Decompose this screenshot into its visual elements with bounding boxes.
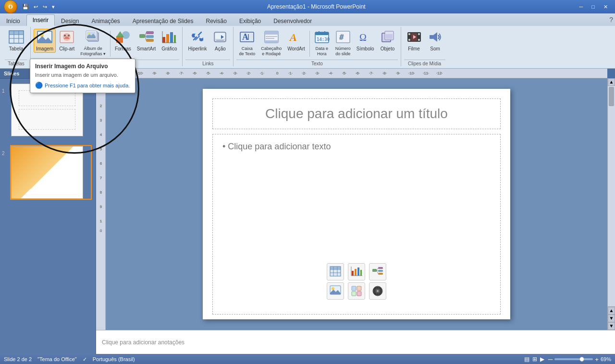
insert-clipart-icon[interactable] xyxy=(348,282,365,300)
clipart-button[interactable]: Clip-art xyxy=(57,29,77,53)
spell-check-icon[interactable]: ✓ xyxy=(83,356,87,363)
redo-button[interactable]: ↪ xyxy=(41,3,49,11)
scroll-next-slide[interactable]: ▼ xyxy=(608,315,615,322)
datahora-icon: 14:30 xyxy=(314,30,330,45)
simbolo-button[interactable]: Ω Símbolo xyxy=(354,29,377,53)
notes-area[interactable]: Clique para adicionar anotações xyxy=(96,330,615,354)
svg-rect-5 xyxy=(9,31,24,35)
window-controls: ─ □ ✕ xyxy=(576,3,611,11)
svg-text:·1·: ·1· xyxy=(288,71,293,75)
formas-button[interactable]: Formas xyxy=(112,29,134,53)
formas-label: Formas xyxy=(115,46,131,51)
close-button[interactable]: ✕ xyxy=(600,3,611,11)
svg-text:·11·: ·11· xyxy=(423,71,429,75)
insert-chart-icon[interactable] xyxy=(348,263,365,280)
maximize-button[interactable]: □ xyxy=(588,3,598,11)
tab-apresentacao[interactable]: Apresentação de Slides xyxy=(126,15,200,26)
svg-rect-66 xyxy=(418,39,420,41)
slide-2-image xyxy=(11,146,83,199)
acao-icon xyxy=(212,30,228,45)
scroll-prev-slide[interactable]: ▲ xyxy=(608,307,615,315)
save-button[interactable]: 💾 xyxy=(20,3,31,11)
svg-rect-134 xyxy=(352,291,356,296)
svg-point-13 xyxy=(68,35,70,36)
zoom-slider[interactable] xyxy=(554,358,593,360)
svg-text:·9·: ·9· xyxy=(396,71,400,75)
scroll-thumb[interactable] xyxy=(609,87,614,106)
album-button[interactable]: Álbum deFotografias ▾ xyxy=(78,29,108,58)
wordart-button[interactable]: A WordArt xyxy=(285,29,308,53)
tab-inicio[interactable]: Início xyxy=(0,15,26,26)
svg-rect-30 xyxy=(162,37,165,43)
grafico-icon xyxy=(161,30,177,45)
svg-rect-135 xyxy=(357,291,361,296)
tabela-button[interactable]: Tabela xyxy=(6,29,26,53)
clipes-buttons: Filme Som xyxy=(404,27,445,59)
slide-bullet-placeholder: • Clique para adicionar texto xyxy=(222,142,491,152)
svg-text:8: 8 xyxy=(100,190,102,194)
minimize-button[interactable]: ─ xyxy=(576,3,587,11)
scroll-down-button[interactable]: ▼ xyxy=(608,322,615,330)
insert-image-icon[interactable] xyxy=(327,282,344,300)
office-button[interactable]: O xyxy=(4,0,17,13)
tab-desenvolvedor[interactable]: Desenvolvedor xyxy=(267,15,318,26)
zoom-in-button[interactable]: + xyxy=(595,356,599,363)
title-bar: O 💾 ↩ ↪ ▾ Apresentação1 - Microsoft Powe… xyxy=(0,0,615,13)
slide-content-text: Clique para adicionar texto xyxy=(228,142,331,151)
svg-text:1: 1 xyxy=(100,219,102,223)
svg-rect-25 xyxy=(146,35,154,38)
som-button[interactable]: Som xyxy=(425,29,445,53)
slideshow-button[interactable]: ▶ xyxy=(539,356,545,363)
title-bar-left: O 💾 ↩ ↪ ▾ xyxy=(4,0,57,13)
svg-text:·10·: ·10· xyxy=(408,71,415,75)
scroll-up-button[interactable]: ▲ xyxy=(608,78,615,86)
tooltip-popup: Inserir Imagem do Arquivo Inserir uma im… xyxy=(30,59,135,93)
numeroslide-button[interactable]: # Númerodo slide xyxy=(333,29,353,58)
slide-2-thumbnail[interactable] xyxy=(10,145,92,200)
svg-rect-132 xyxy=(352,286,356,291)
slide-2-number: 2 xyxy=(2,141,5,156)
svg-rect-32 xyxy=(170,32,173,43)
slide-content-placeholder[interactable]: • Clique para adicionar texto xyxy=(212,134,501,315)
normal-view-button[interactable]: ▤ xyxy=(523,356,530,363)
svg-rect-124 xyxy=(378,270,383,272)
grafico-button[interactable]: Gráfico xyxy=(159,29,179,53)
scroll-track xyxy=(608,86,615,306)
slide-canvas[interactable]: Clique para adicionar um título • Clique… xyxy=(203,89,510,319)
svg-rect-23 xyxy=(139,34,145,38)
imagem-button[interactable]: Imagem xyxy=(34,29,56,53)
filme-button[interactable]: Filme xyxy=(404,29,424,53)
tabelas-group-label: Tabelas xyxy=(5,60,27,66)
slide-content-icons xyxy=(327,263,386,300)
tab-revisao[interactable]: Revisão xyxy=(200,15,233,26)
tab-exibicao[interactable]: Exibição xyxy=(233,15,267,26)
undo-button[interactable]: ↩ xyxy=(32,3,40,11)
insert-media-icon[interactable] xyxy=(369,282,386,300)
caixatexto-button[interactable]: A Caixade Texto xyxy=(236,29,258,58)
smartart-button[interactable]: SmartArt xyxy=(135,29,158,53)
slide-title-placeholder[interactable]: Clique para adicionar um título xyxy=(212,98,501,129)
qa-dropdown[interactable]: ▾ xyxy=(50,3,57,11)
cabecalho-button[interactable]: Cabeçalhoe Rodapé xyxy=(258,29,284,58)
insert-smartart-icon[interactable] xyxy=(369,263,386,280)
svg-point-7 xyxy=(40,33,44,37)
zoom-thumb[interactable] xyxy=(579,357,584,362)
slide-1-number: 1 xyxy=(2,79,5,94)
svg-text:·8·: ·8· xyxy=(166,71,170,75)
svg-text:·7·: ·7· xyxy=(369,71,373,75)
ribbon-help-button[interactable]: ? xyxy=(609,16,613,24)
acao-button[interactable]: Ação xyxy=(210,29,230,53)
sep1 xyxy=(110,31,111,57)
vertical-scrollbar[interactable]: ▲ ▲ ▼ ▼ xyxy=(607,78,615,330)
tab-animacoes[interactable]: Animações xyxy=(85,15,126,26)
insert-table-icon[interactable] xyxy=(327,263,344,280)
formas-icon xyxy=(115,30,131,45)
slide-sorter-button[interactable]: ⊞ xyxy=(531,356,538,363)
tab-inserir[interactable]: Inserir xyxy=(26,14,55,26)
datahora-button[interactable]: 14:30 Data eHora xyxy=(312,29,332,58)
objeto-button[interactable]: Objeto xyxy=(378,29,398,53)
clipart-label: Clip-art xyxy=(59,46,74,51)
tab-design[interactable]: Design xyxy=(55,15,85,26)
hiperlink-button[interactable]: Hiperlink xyxy=(185,29,209,53)
zoom-out-button[interactable]: ─ xyxy=(548,356,553,363)
